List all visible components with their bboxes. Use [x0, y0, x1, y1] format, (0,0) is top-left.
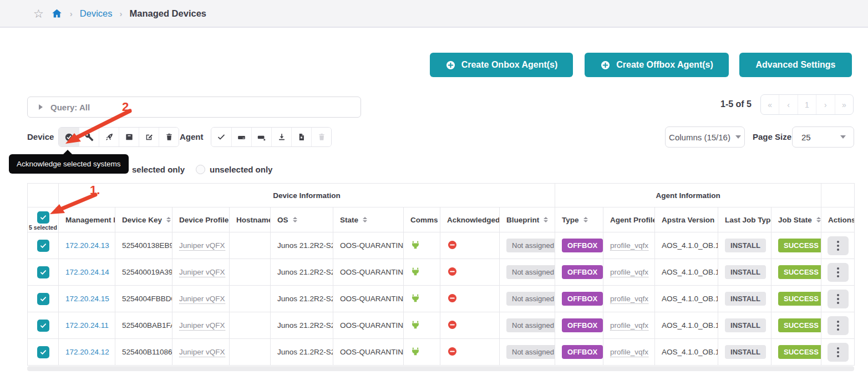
breadcrumb-devices-link[interactable]: Devices — [80, 8, 113, 19]
agent-collect-button[interactable] — [271, 128, 291, 146]
agent-install-button[interactable] — [231, 128, 251, 146]
pager-last-button[interactable]: » — [835, 95, 853, 114]
row-actions-button[interactable] — [828, 343, 849, 362]
acknowledge-button[interactable] — [59, 128, 79, 146]
col-header-agent-profile[interactable]: Agent Profile — [603, 207, 655, 232]
star-icon[interactable]: ☆ — [33, 8, 44, 19]
col-header-management-ip[interactable]: Management IP — [59, 207, 115, 232]
col-header-blueprint[interactable]: Blueprint — [500, 207, 555, 232]
row-actions-button[interactable] — [828, 316, 849, 335]
apstra-version: AOS_4.1.0_OB.115 — [662, 348, 718, 356]
sort-icon[interactable] — [293, 217, 297, 223]
agent-file-button[interactable] — [291, 128, 311, 146]
agent-toolbar-label: Agent — [180, 127, 204, 147]
horizontal-scrollbar[interactable] — [27, 366, 854, 371]
selected-only-label[interactable]: selected only — [132, 165, 185, 174]
row-checkbox[interactable] — [37, 240, 49, 252]
device-profile-link[interactable]: Juniper vQFX — [179, 241, 225, 251]
pager-next-button[interactable]: › — [816, 95, 834, 114]
columns-dropdown-button[interactable]: Columns (15/16) — [665, 126, 745, 148]
pager-prev-button[interactable]: ‹ — [779, 95, 797, 114]
pager-first-button[interactable]: « — [761, 95, 779, 114]
col-header-type[interactable]: Type — [555, 207, 603, 232]
blueprint-badge: Not assigned — [506, 292, 555, 306]
create-offbox-agents-button[interactable]: Create Offbox Agent(s) — [585, 53, 729, 77]
col-header-state[interactable]: State — [333, 207, 404, 232]
acknowledge-tooltip: Acknowledge selected systems — [9, 154, 129, 174]
device-profile-link[interactable]: Juniper vQFX — [179, 348, 225, 357]
col-header-os[interactable]: OS — [271, 207, 333, 232]
device-profile-link[interactable]: Juniper vQFX — [179, 268, 225, 277]
col-header-acknowledged[interactable]: Acknowledged? — [440, 207, 500, 232]
wrench-button[interactable] — [79, 128, 99, 146]
group-header-agent-information: Agent Information — [555, 184, 821, 207]
sort-icon[interactable] — [816, 217, 821, 223]
agent-profile-link[interactable]: profile_vqfx — [610, 321, 648, 331]
select-all-checkbox[interactable] — [37, 211, 49, 224]
col-header-device-key[interactable]: Device Key — [115, 207, 172, 232]
agent-delete-button[interactable] — [311, 128, 331, 146]
page-size-value: 25 — [801, 133, 811, 142]
pager-page-button[interactable]: 1 — [798, 95, 816, 114]
management-ip-link[interactable]: 172.20.24.15 — [65, 295, 109, 303]
edit-button[interactable] — [139, 128, 159, 146]
device-toolbar-label: Device — [27, 127, 54, 147]
management-ip-link[interactable]: 172.20.24.11 — [65, 321, 109, 330]
query-expander[interactable]: Query: All — [27, 97, 361, 118]
apstra-version: AOS_4.1.0_OB.115 — [662, 241, 718, 250]
device-state: OOS-QUARANTINED — [340, 295, 404, 303]
agent-profile-link[interactable]: profile_vqfx — [610, 268, 648, 277]
row-actions-button[interactable] — [828, 263, 849, 282]
chevron-down-icon — [840, 135, 846, 139]
col-header-hostname[interactable]: Hostname — [230, 207, 271, 232]
device-key: 525400138EB9 — [122, 241, 172, 250]
row-actions-button[interactable] — [828, 236, 849, 255]
annotation-step-1: 1. — [90, 183, 100, 197]
col-header-apstra-version[interactable]: Apstra Version — [655, 207, 718, 232]
group-header-empty — [821, 184, 855, 207]
home-icon[interactable] — [51, 8, 63, 19]
sort-icon[interactable] — [583, 217, 588, 223]
sort-icon[interactable] — [166, 217, 171, 223]
agent-uninstall-button[interactable] — [251, 128, 271, 146]
job-state-badge: SUCCESS — [778, 318, 821, 332]
rocket-button[interactable] — [99, 128, 119, 146]
row-checkbox[interactable] — [37, 266, 49, 278]
row-checkbox[interactable] — [37, 320, 49, 332]
job-state-badge: SUCCESS — [778, 239, 821, 252]
device-profile-link[interactable]: Juniper vQFX — [179, 295, 225, 304]
create-onbox-agents-button[interactable]: Create Onbox Agent(s) — [430, 53, 573, 77]
archive-button[interactable] — [119, 128, 139, 146]
sort-icon[interactable] — [544, 217, 548, 223]
selection-count: 5 selected — [28, 224, 58, 231]
management-ip-link[interactable]: 172.20.24.14 — [65, 268, 109, 276]
table-row: 172.20.24.14 525400019A39 Juniper vQFX J… — [28, 259, 855, 286]
row-checkbox[interactable] — [37, 346, 49, 358]
sort-icon[interactable] — [363, 217, 367, 223]
row-checkbox[interactable] — [37, 293, 49, 305]
col-header-comms[interactable]: Comms — [404, 207, 440, 232]
management-ip-link[interactable]: 172.20.24.12 — [65, 348, 109, 356]
not-acknowledged-icon — [447, 320, 458, 330]
comms-plug-icon — [410, 266, 420, 277]
drive-icon — [237, 133, 246, 142]
advanced-settings-button[interactable]: Advanced Settings — [739, 53, 852, 77]
row-actions-button[interactable] — [828, 290, 849, 308]
device-profile-link[interactable]: Juniper vQFX — [179, 321, 225, 331]
table-header-row: 5 selected Management IP Device Key Devi… — [28, 207, 855, 232]
query-label: Query: All — [50, 103, 90, 112]
agent-profile-link[interactable]: profile_vqfx — [610, 348, 648, 357]
delete-device-button[interactable] — [159, 128, 179, 146]
management-ip-link[interactable]: 172.20.24.13 — [65, 241, 109, 250]
unselected-only-radio[interactable] — [196, 165, 205, 174]
col-header-device-profile[interactable]: Device Profile — [172, 207, 230, 232]
col-header-job-state[interactable]: Job State — [771, 207, 821, 232]
unselected-only-label[interactable]: unselected only — [210, 165, 272, 174]
agent-check-button[interactable] — [211, 128, 231, 146]
create-offbox-label: Create Offbox Agent(s) — [616, 60, 713, 70]
page-size-select[interactable]: 25 — [792, 126, 854, 148]
agent-profile-link[interactable]: profile_vqfx — [610, 241, 648, 251]
col-header-last-job-type[interactable]: Last Job Type — [718, 207, 771, 232]
agent-profile-link[interactable]: profile_vqfx — [610, 295, 648, 304]
device-key: 525400019A39 — [122, 268, 172, 276]
